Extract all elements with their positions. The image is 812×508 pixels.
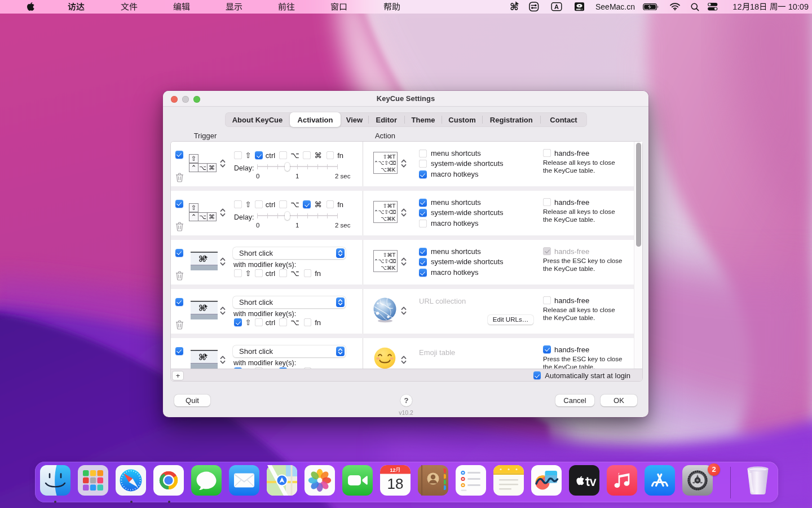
- table-scrollbar[interactable]: [634, 142, 642, 369]
- row-delete-trash-icon[interactable]: [175, 222, 184, 231]
- click-mode-dropdown[interactable]: Short click: [233, 296, 346, 308]
- tab-custom[interactable]: Custom: [442, 112, 483, 127]
- scrollbar-thumb[interactable]: [636, 143, 641, 247]
- cancel-button[interactable]: Cancel: [555, 395, 594, 406]
- dock-mail[interactable]: [229, 465, 259, 496]
- dock-messages[interactable]: [191, 465, 222, 496]
- mod-ctrl-checkbox[interactable]: [255, 318, 263, 326]
- handsfree-checkbox[interactable]: [543, 198, 551, 206]
- tab-contact[interactable]: Contact: [540, 112, 587, 127]
- add-trigger-button[interactable]: +: [172, 371, 184, 380]
- ok-button[interactable]: OK: [601, 395, 637, 406]
- menu-view[interactable]: [217, 0, 251, 14]
- wifi-icon[interactable]: [667, 0, 683, 14]
- dock-freeform[interactable]: [531, 465, 562, 496]
- action-option-checkbox[interactable]: [419, 209, 427, 217]
- menu-go[interactable]: [270, 0, 303, 14]
- action-stepper[interactable]: [401, 159, 407, 168]
- trigger-stepper[interactable]: [220, 306, 226, 316]
- mod-shift-checkbox[interactable]: [234, 318, 242, 326]
- handsfree-checkbox[interactable]: [543, 247, 551, 255]
- trigger-stepper[interactable]: [220, 208, 226, 217]
- trigger-stepper[interactable]: [220, 355, 226, 365]
- handsfree-checkbox[interactable]: [543, 345, 551, 353]
- dock-launchpad[interactable]: [78, 465, 108, 496]
- row-enabled-checkbox[interactable]: [175, 151, 183, 159]
- mod-fn-checkbox[interactable]: [326, 200, 334, 208]
- dock-chrome[interactable]: [153, 465, 184, 496]
- app-switcher-icon[interactable]: [526, 0, 542, 14]
- mod-command-checkbox[interactable]: [303, 200, 311, 208]
- row-enabled-checkbox[interactable]: [175, 298, 183, 306]
- dock-trash[interactable]: [743, 465, 773, 496]
- row-enabled-checkbox[interactable]: [175, 200, 183, 208]
- action-stepper[interactable]: [401, 355, 407, 365]
- battery-icon[interactable]: [642, 0, 660, 14]
- dock-contacts[interactable]: [418, 465, 448, 496]
- window-title-bar[interactable]: KeyCue Settings: [163, 91, 648, 107]
- apple-menu[interactable]: [24, 0, 37, 14]
- action-option-checkbox[interactable]: [419, 248, 427, 256]
- mod-fn-checkbox[interactable]: [304, 269, 312, 277]
- dock-appletv[interactable]: [569, 465, 599, 496]
- action-option-checkbox[interactable]: [419, 160, 427, 168]
- mod-shift-checkbox[interactable]: [234, 269, 242, 277]
- action-stepper[interactable]: [401, 208, 407, 217]
- dock-reminders[interactable]: [456, 465, 486, 496]
- row-enabled-checkbox[interactable]: [175, 347, 183, 355]
- tab-view[interactable]: View: [341, 112, 368, 127]
- disk-status-icon[interactable]: [571, 0, 587, 14]
- tab-registration[interactable]: Registration: [483, 112, 541, 127]
- row-delete-trash-icon[interactable]: [175, 320, 184, 330]
- click-mode-dropdown[interactable]: Short click: [233, 247, 346, 259]
- quit-button[interactable]: Quit: [174, 395, 210, 406]
- control-center-icon[interactable]: [705, 0, 721, 14]
- mod-fn-checkbox[interactable]: [304, 318, 312, 326]
- tab-theme[interactable]: Theme: [405, 112, 442, 127]
- action-option-checkbox[interactable]: [419, 170, 427, 178]
- menu-window[interactable]: [322, 0, 356, 14]
- delay-slider[interactable]: 012 sec: [257, 211, 338, 220]
- dock-notes[interactable]: [493, 465, 524, 496]
- dock-finder[interactable]: [40, 465, 70, 496]
- menu-help[interactable]: [375, 0, 409, 14]
- row-enabled-checkbox[interactable]: [175, 249, 183, 257]
- handsfree-checkbox[interactable]: [543, 296, 551, 304]
- slider-thumb[interactable]: [285, 163, 290, 171]
- action-option-checkbox[interactable]: [419, 258, 427, 266]
- dock-music[interactable]: [607, 465, 637, 496]
- action-stepper[interactable]: [401, 257, 407, 266]
- mod-option-checkbox[interactable]: [279, 151, 287, 159]
- trigger-stepper[interactable]: [220, 257, 226, 266]
- row-delete-trash-icon[interactable]: [175, 173, 184, 182]
- mod-option-checkbox[interactable]: [279, 269, 287, 277]
- input-source-icon[interactable]: A: [549, 0, 564, 14]
- spotlight-search-icon[interactable]: [687, 0, 703, 14]
- handsfree-checkbox[interactable]: [543, 149, 551, 157]
- mod-ctrl-checkbox[interactable]: [255, 200, 263, 208]
- action-stepper[interactable]: [401, 306, 407, 316]
- row-delete-trash-icon[interactable]: [175, 271, 184, 281]
- dock-appstore[interactable]: [645, 465, 675, 496]
- menu-app-name[interactable]: [59, 0, 93, 14]
- action-option-checkbox[interactable]: [419, 150, 427, 157]
- delay-slider[interactable]: 012 sec: [257, 162, 338, 171]
- menubar-clock[interactable]: 1218 10:09: [726, 0, 809, 14]
- dock-safari[interactable]: [116, 465, 146, 496]
- tab-about-keycue[interactable]: About KeyCue: [225, 112, 290, 127]
- action-option-checkbox[interactable]: [419, 199, 427, 207]
- mod-shift-checkbox[interactable]: [234, 200, 242, 208]
- mod-command-checkbox[interactable]: [303, 151, 311, 159]
- action-option-checkbox[interactable]: [419, 269, 427, 277]
- dock-facetime[interactable]: [342, 465, 373, 496]
- click-mode-dropdown[interactable]: Short click: [233, 345, 346, 357]
- mod-ctrl-checkbox[interactable]: [255, 269, 263, 277]
- tab-editor[interactable]: Editor: [368, 112, 405, 127]
- mod-fn-checkbox[interactable]: [326, 151, 334, 159]
- slider-thumb[interactable]: [285, 212, 290, 220]
- tab-activation[interactable]: Activation: [290, 112, 341, 127]
- mod-option-checkbox[interactable]: [279, 318, 287, 326]
- menu-file[interactable]: [112, 0, 146, 14]
- trigger-stepper[interactable]: [220, 159, 226, 168]
- action-option-checkbox[interactable]: [419, 220, 427, 227]
